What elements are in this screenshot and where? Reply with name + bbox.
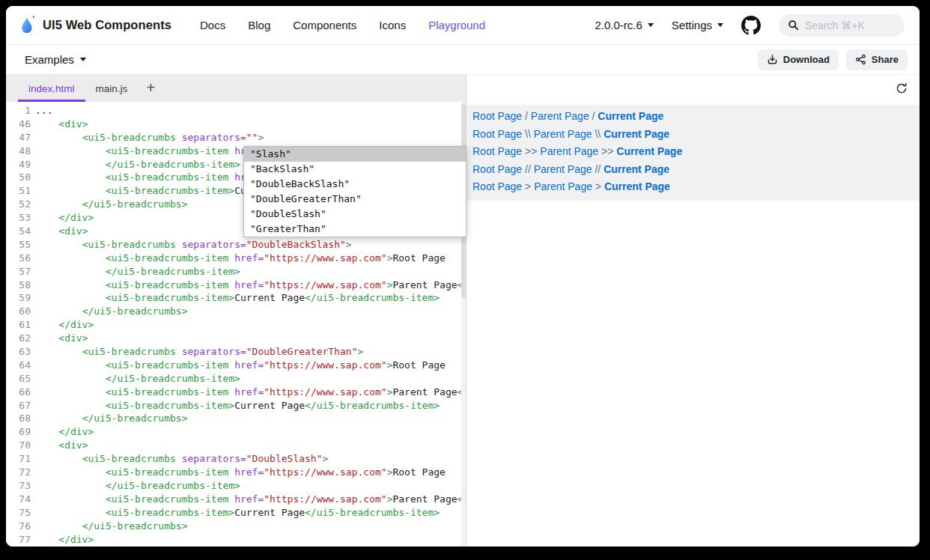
line-number: 62 [6, 332, 35, 345]
nav-link-components[interactable]: Components [293, 19, 356, 31]
code-line[interactable]: 71 <ui5-breadcrumbs separators="DoubleSl… [6, 452, 466, 466]
download-button[interactable]: Download [758, 49, 839, 70]
refresh-button[interactable] [896, 82, 908, 94]
line-number: 49 [6, 158, 35, 171]
code-line[interactable]: 55 <ui5-breadcrumbs separators="DoubleBa… [6, 238, 466, 252]
brand-title: UI5 Web Components [43, 18, 171, 32]
code-line[interactable]: 60 </ui5-breadcrumbs> [6, 305, 466, 318]
share-label: Share [872, 54, 899, 65]
code-line[interactable]: 61 </div> [6, 318, 466, 332]
breadcrumb-link[interactable]: Root Page [472, 180, 522, 192]
breadcrumb-link[interactable]: Parent Page [534, 180, 592, 192]
breadcrumb-link[interactable]: Parent Page [540, 145, 598, 157]
github-icon[interactable] [741, 16, 761, 35]
examples-dropdown[interactable]: Examples [25, 53, 86, 66]
line-code: <ui5-breadcrumbs separators=""> [35, 131, 264, 144]
nav-link-docs[interactable]: Docs [200, 19, 225, 31]
code-line[interactable]: 56 <ui5-breadcrumbs-item href="https://w… [6, 252, 466, 265]
nav-link-playground[interactable]: Playground [428, 19, 485, 31]
new-tab-button[interactable]: + [138, 75, 163, 102]
line-code: <div> [35, 118, 88, 131]
code-line[interactable]: 75 <ui5-breadcrumbs-item>Current Page</u… [6, 506, 466, 520]
autocomplete-item[interactable]: "GreaterThan" [244, 222, 466, 237]
breadcrumb-link[interactable]: Root Page [472, 110, 522, 122]
line-number: 59 [6, 291, 35, 305]
breadcrumb-link[interactable]: Root Page [472, 163, 522, 175]
breadcrumb-row: Root Page >> Parent Page >> Current Page [472, 143, 920, 161]
line-number: 48 [6, 144, 35, 158]
breadcrumb-current: Current Page [604, 180, 670, 192]
code-line[interactable]: 66 <ui5-breadcrumbs-item href="https://w… [6, 386, 466, 399]
line-code: <ui5-breadcrumbs separators="DoubleSlash… [35, 452, 328, 466]
code-line[interactable]: 74 <ui5-breadcrumbs-item href="https://w… [6, 493, 466, 506]
line-number: 52 [6, 198, 35, 211]
line-number: 47 [6, 131, 35, 144]
nav-link-icons[interactable]: Icons [379, 19, 406, 31]
autocomplete-item[interactable]: "DoubleGreaterThan" [244, 192, 466, 207]
code-line[interactable]: 47 <ui5-breadcrumbs separators=""> [6, 131, 466, 144]
code-line[interactable]: 72 <ui5-breadcrumbs-item href="https://w… [6, 466, 466, 479]
search-input[interactable] [805, 19, 887, 31]
share-button[interactable]: Share [846, 49, 908, 70]
breadcrumb-link[interactable]: Parent Page [534, 128, 592, 140]
autocomplete-item[interactable]: "DoubleBackSlash" [244, 177, 466, 192]
breadcrumb-separator: / [589, 110, 598, 122]
settings-menu[interactable]: Settings [672, 19, 723, 31]
code-line[interactable]: 63 <ui5-breadcrumbs separators="DoubleGr… [6, 345, 466, 359]
top-navbar: UI5 Web Components DocsBlogComponentsIco… [6, 6, 920, 45]
chevron-down-icon [717, 23, 723, 27]
breadcrumb-link[interactable]: Parent Page [531, 110, 589, 122]
breadcrumb-row: Root Page // Parent Page // Current Page [472, 161, 920, 179]
code-line[interactable]: 78 <div> [6, 546, 466, 547]
tab-main-js[interactable]: main.js [85, 75, 139, 102]
line-code: <ui5-breadcrumbs-item>Current Page</ui5-… [35, 291, 440, 305]
nav-links: DocsBlogComponentsIconsPlayground [200, 19, 485, 31]
code-line[interactable]: 76 </ui5-breadcrumbs> [6, 520, 466, 533]
autocomplete-item[interactable]: "BackSlash" [244, 162, 466, 177]
autocomplete-dropdown: "Slash""BackSlash""DoubleBackSlash""Doub… [243, 146, 466, 237]
autocomplete-item[interactable]: "Slash" [244, 147, 466, 162]
nav-link-blog[interactable]: Blog [248, 19, 270, 31]
code-line[interactable]: 59 <ui5-breadcrumbs-item>Current Page</u… [6, 291, 466, 305]
line-number: 1 [6, 104, 35, 118]
download-label: Download [783, 54, 830, 65]
code-line[interactable]: 67 <ui5-breadcrumbs-item>Current Page</u… [6, 399, 466, 413]
autocomplete-item[interactable]: "DoubleSlash" [244, 207, 466, 222]
line-number: 51 [6, 184, 35, 198]
code-line[interactable]: 46 <div> [6, 118, 466, 131]
code-line[interactable]: 77 </div> [6, 533, 466, 547]
brand[interactable]: UI5 Web Components [19, 15, 171, 36]
line-code: <div> [35, 546, 88, 547]
code-line[interactable]: 62 <div> [6, 332, 466, 345]
code-line[interactable]: 69 </div> [6, 425, 466, 439]
search-box[interactable] [779, 14, 905, 37]
code-line[interactable]: 58 <ui5-breadcrumbs-item href="https://w… [6, 279, 466, 292]
code-line[interactable]: 65 </ui5-breadcrumbs-item> [6, 372, 466, 386]
breadcrumb-separator: >> [598, 145, 616, 157]
code-line[interactable]: 64 <ui5-breadcrumbs-item href="https://w… [6, 359, 466, 372]
line-code: <ui5-breadcrumbs separators="DoubleBackS… [35, 238, 352, 252]
search-icon [788, 19, 799, 31]
tab-index-html[interactable]: index.html [18, 75, 85, 102]
line-number: 75 [6, 506, 35, 520]
code-line[interactable]: 57 </ui5-breadcrumbs-item> [6, 265, 466, 279]
breadcrumb-link[interactable]: Root Page [472, 128, 522, 140]
code-line[interactable]: 1... [6, 104, 466, 118]
line-number: 61 [6, 318, 35, 332]
settings-label: Settings [672, 19, 712, 31]
breadcrumb-link[interactable]: Parent Page [534, 163, 592, 175]
line-code: <ui5-breadcrumbs-item href="https://www.… [35, 252, 446, 265]
code-line[interactable]: 73 </ui5-breadcrumbs-item> [6, 479, 466, 493]
code-line[interactable]: 70 <div> [6, 439, 466, 452]
line-number: 71 [6, 452, 35, 466]
navbar-right: 2.0.0-rc.6 Settings [595, 14, 905, 37]
code-line[interactable]: 68 </ui5-breadcrumbs> [6, 412, 466, 425]
examples-label: Examples [25, 53, 74, 66]
line-code: </ui5-breadcrumbs> [35, 198, 188, 211]
line-code: <ui5-breadcrumbs-item href="https://www.… [35, 279, 466, 292]
breadcrumb-link[interactable]: Root Page [472, 145, 522, 157]
line-number: 77 [6, 533, 35, 547]
line-code: </ui5-breadcrumbs-item> [35, 265, 240, 279]
version-selector[interactable]: 2.0.0-rc.6 [595, 19, 653, 31]
line-code: <ui5-breadcrumbs separators="DoubleGreat… [35, 345, 363, 359]
